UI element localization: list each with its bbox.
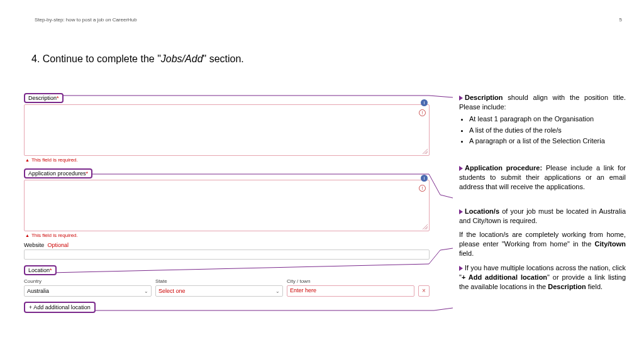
add-location-button[interactable]: + Add additional location — [24, 302, 96, 313]
heading-suffix: " section. — [203, 53, 244, 64]
heading-italic: Jobs/Add — [161, 53, 203, 64]
city-input[interactable]: Enter here — [287, 285, 414, 297]
arrow-icon — [459, 209, 463, 214]
application-label-callout: Application procedures* — [24, 168, 92, 178]
note-description: Description should align with the positi… — [459, 93, 626, 146]
state-select[interactable]: Select one ⌄ — [155, 285, 283, 297]
description-label: Description — [28, 95, 57, 101]
website-label: Website — [24, 242, 44, 248]
info-icon[interactable]: i — [421, 99, 428, 106]
required-star: * — [57, 95, 59, 101]
state-col-label: State — [155, 278, 283, 284]
arrow-icon — [459, 166, 463, 171]
list-item: At least 1 paragraph on the Organisation — [469, 114, 626, 124]
note-desc-list: At least 1 paragraph on the Organisation… — [469, 114, 626, 146]
location-label: Location — [28, 267, 50, 273]
warning-icon: ! — [419, 109, 426, 116]
city-col-label: City / town — [287, 278, 414, 284]
note-loc-p3-bold2: Description — [548, 283, 586, 290]
page-heading: 4. Continue to complete the "Jobs/Add" s… — [31, 53, 244, 65]
arrow-icon — [459, 266, 463, 271]
warning-icon: ! — [419, 185, 426, 192]
chevron-down-icon: ⌄ — [275, 288, 280, 294]
description-required-msg: This field is required. — [25, 157, 430, 163]
note-loc-p1-bold: Location/s — [465, 207, 499, 215]
note-app-bold: Application procedure: — [465, 164, 542, 172]
application-textarea[interactable]: i ! — [24, 180, 430, 231]
chevron-down-icon: ⌄ — [144, 288, 148, 294]
note-loc-p3-bold1: + Add additional location — [462, 273, 547, 281]
list-item: A list of the duties of the role/s — [469, 126, 626, 135]
required-star: * — [86, 170, 89, 177]
description-label-callout: Description* — [24, 93, 64, 103]
note-desc-bold: Description — [465, 94, 503, 101]
annotation-notes: Description should align with the positi… — [459, 93, 626, 300]
resize-handle[interactable] — [423, 149, 428, 154]
state-value: Select one — [158, 288, 186, 294]
website-label-row: Website Optional — [24, 242, 430, 248]
location-label-callout: Location* — [24, 265, 57, 275]
optional-tag: Optional — [47, 242, 69, 248]
country-col-label: Country — [24, 278, 152, 284]
breadcrumb: Step-by-step: how to post a job on Caree… — [35, 17, 137, 23]
required-star: * — [50, 267, 52, 273]
list-item: A paragraph or a list of the Selection C… — [469, 136, 626, 146]
info-icon[interactable]: i — [421, 175, 428, 182]
page-number: 5 — [619, 17, 622, 23]
country-value: Australia — [27, 288, 49, 294]
description-textarea[interactable]: i ! — [24, 104, 430, 156]
note-application: Application procedure: Please include a … — [459, 163, 626, 192]
resize-handle[interactable] — [423, 224, 428, 229]
application-required-msg: This field is required. — [25, 233, 430, 238]
note-loc-p2-bold: City/town — [595, 240, 626, 248]
form-screenshot: Description* i ! This field is required.… — [24, 91, 430, 313]
website-input[interactable] — [24, 250, 430, 260]
application-label: Application procedures — [28, 170, 86, 177]
note-loc-p3c: field. — [586, 283, 602, 290]
arrow-icon — [459, 96, 463, 101]
country-select[interactable]: Australia ⌄ — [24, 285, 152, 297]
note-loc-p2b: field. — [459, 250, 474, 257]
note-location: Location/s of your job must be located i… — [459, 207, 626, 292]
delete-location-button[interactable]: × — [418, 285, 430, 297]
heading-prefix: 4. Continue to complete the " — [31, 53, 161, 64]
location-row: Country Australia ⌄ State Select one ⌄ C… — [24, 278, 430, 297]
